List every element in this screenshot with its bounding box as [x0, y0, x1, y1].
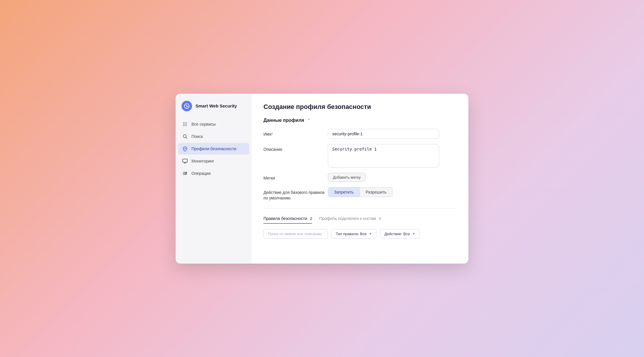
chevron-down-icon: ▼: [412, 232, 415, 235]
svg-rect-12: [183, 159, 187, 162]
shield-icon: [182, 146, 188, 152]
action-filter[interactable]: Действие: Все ▼: [380, 229, 420, 239]
allow-button[interactable]: Разрешить: [360, 187, 392, 197]
tags-field-row: Метки Добавить метку: [263, 173, 457, 182]
sidebar-item-all-services[interactable]: Все сервисы: [178, 118, 249, 130]
sidebar-item-security-profiles[interactable]: Профили безопасности: [178, 143, 249, 155]
svg-point-5: [185, 124, 186, 124]
rule-type-label: Тип правила: Все: [336, 232, 366, 236]
chevron-down-icon: ▼: [369, 232, 372, 235]
sidebar-item-operations[interactable]: Операции: [178, 168, 249, 179]
deny-button[interactable]: Запретить: [328, 187, 360, 197]
svg-point-3: [186, 122, 187, 123]
sidebar-item-search[interactable]: Поиск: [178, 131, 249, 142]
name-label: Имя*: [263, 129, 328, 137]
tab-connected-hosts[interactable]: Профиль подключен к хостам 0: [319, 214, 381, 224]
app-title: Smart Web Security: [196, 103, 237, 109]
action-filter-label: Действие: Все: [384, 232, 410, 236]
name-input[interactable]: [328, 129, 439, 139]
sidebar-item-label: Мониторинг: [191, 159, 214, 163]
sidebar-item-label: Профили безопасности: [191, 146, 236, 151]
svg-point-2: [185, 122, 186, 123]
tabs-section: Правила безопасности 2 Профиль подключен…: [263, 208, 457, 239]
search-input[interactable]: [263, 229, 328, 239]
sidebar-item-label: Поиск: [191, 134, 203, 139]
svg-point-4: [183, 124, 184, 124]
name-field-row: Имя*: [263, 129, 457, 139]
sidebar-item-label: Все сервисы: [191, 122, 216, 127]
section-header: Данные профиля ⌃: [263, 118, 457, 123]
action-label: Действие для базового правила по умолчан…: [263, 187, 328, 201]
tab-security-rules[interactable]: Правила безопасности 2: [263, 214, 312, 224]
page-title: Создание профиля безопасности: [263, 103, 457, 111]
svg-point-18: [186, 173, 187, 174]
description-label: Описание: [263, 144, 328, 153]
description-input[interactable]: Security profile 1: [328, 144, 439, 168]
rule-type-filter[interactable]: Тип правила: Все ▼: [331, 229, 376, 239]
add-tag-button[interactable]: Добавить метку: [328, 173, 366, 182]
description-field-row: Описание Security profile 1: [263, 144, 457, 168]
app-logo-icon: [181, 101, 192, 111]
grid-icon: [182, 121, 188, 127]
svg-point-10: [183, 135, 186, 138]
action-toggle-group: Запретить Разрешить: [328, 187, 393, 197]
svg-line-11: [186, 137, 187, 139]
app-container: Smart Web Security: [176, 94, 468, 264]
sidebar-item-label: Операции: [191, 171, 211, 176]
required-mark: *: [271, 132, 273, 136]
svg-point-1: [183, 122, 184, 123]
sidebar-item-monitoring[interactable]: Мониторинг: [178, 155, 249, 167]
svg-point-9: [186, 125, 187, 126]
sidebar-logo: Smart Web Security: [176, 101, 252, 118]
filters-row: Тип правила: Все ▼ Действие: Все ▼: [263, 229, 457, 239]
operations-icon: [182, 170, 188, 176]
tab-label: Профиль подключен к хостам: [319, 216, 376, 221]
main-content: Создание профиля безопасности Данные про…: [252, 94, 468, 264]
tab-badge: 0: [379, 216, 381, 221]
sidebar: Smart Web Security: [176, 94, 252, 264]
svg-point-6: [186, 124, 187, 124]
action-field-row: Действие для базового правила по умолчан…: [263, 187, 457, 201]
sidebar-nav: Все сервисы Поиск: [176, 118, 252, 179]
svg-point-7: [183, 125, 184, 126]
tabs-header: Правила безопасности 2 Профиль подключен…: [263, 214, 457, 224]
chevron-up-icon: ⌃: [307, 118, 311, 123]
monitor-icon: [182, 158, 188, 164]
tab-label: Правила безопасности: [263, 216, 307, 221]
search-icon: [182, 134, 188, 139]
svg-point-8: [185, 125, 186, 126]
tags-label: Метки: [263, 173, 328, 181]
section-title: Данные профиля: [263, 118, 304, 123]
tab-badge: 2: [310, 216, 312, 221]
